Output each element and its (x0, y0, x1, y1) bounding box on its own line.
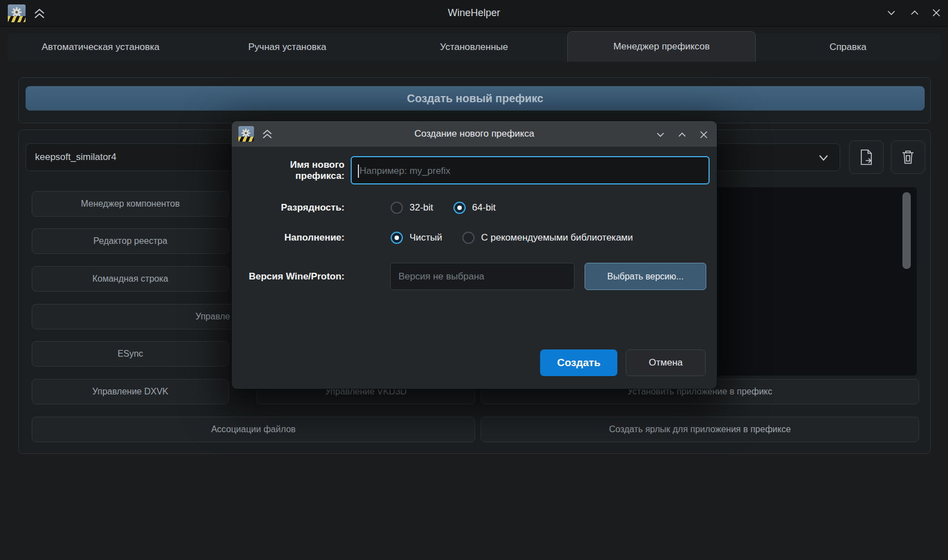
create-new-prefix-button[interactable]: Создать новый префикс (26, 86, 925, 111)
dialog-create-button[interactable]: Создать (540, 349, 617, 376)
winehelper-window: WineHelper Автоматическая установка Ручн… (0, 0, 948, 560)
dialog-minimize-icon[interactable] (653, 127, 667, 142)
tab-help[interactable]: Справка (755, 33, 941, 61)
file-associations-button[interactable]: Ассоциации файлов (32, 417, 475, 442)
prefix-name-input-wrap (351, 156, 710, 184)
radio-64bit-label[interactable]: 64-bit (472, 202, 496, 213)
close-icon[interactable] (929, 6, 944, 20)
esync-button[interactable]: ESync (32, 341, 229, 367)
hazard-stripes (238, 137, 254, 142)
scrollbar-thumb[interactable] (902, 192, 911, 269)
fill-label: Наполнение: (239, 232, 345, 243)
prefix-select-value: keepsoft_similator4 (35, 152, 116, 163)
dialog-maximize-icon[interactable] (675, 127, 689, 142)
radio-recommended-libs[interactable] (462, 232, 475, 244)
minimize-icon[interactable] (884, 6, 899, 20)
new-prefix-from-file-button[interactable] (849, 141, 884, 174)
create-shortcut-button[interactable]: Создать ярлык для приложения в префиксе (481, 417, 919, 442)
hazard-stripes (8, 16, 26, 22)
create-prefix-dialog: Создание нового префикса Имя нового преф… (232, 121, 717, 389)
command-line-button[interactable]: Командная строка (32, 266, 229, 292)
dialog-app-icon (238, 126, 254, 142)
maximize-icon[interactable] (907, 6, 922, 20)
choose-version-button[interactable]: Выбрать версию... (585, 263, 706, 290)
radio-recommended-libs-label[interactable]: С рекомендуемыми библиотеками (481, 232, 633, 243)
fill-row: Наполнение: Чистый С рекомендуемыми библ… (239, 226, 710, 250)
app-icon (8, 4, 26, 22)
dialog-cancel-button[interactable]: Отмена (626, 349, 706, 376)
components-manager-button[interactable]: Менеджер компонентов (32, 191, 229, 217)
wine-version-row: Версия Wine/Proton: Версия не выбрана Вы… (239, 263, 710, 290)
registry-editor-button[interactable]: Редактор реестра (32, 228, 229, 254)
scroll-to-top-icon[interactable] (32, 7, 47, 22)
tab-prefix-manager[interactable]: Менеджер префиксов (567, 31, 756, 62)
dialog-close-icon[interactable] (696, 127, 711, 142)
prefix-name-row: Имя нового префикса: (239, 156, 710, 184)
dxvk-manage-button[interactable]: Управление DXVK (32, 379, 229, 404)
tab-manual-install[interactable]: Ручная установка (194, 33, 381, 61)
bitness-row: Разрядность: 32-bit 64-bit (239, 196, 710, 220)
wine-version-label: Версия Wine/Proton: (239, 271, 345, 282)
tab-bar: Автоматическая установка Ручная установк… (7, 33, 941, 61)
prefix-name-label: Имя нового префикса: (239, 159, 345, 182)
radio-64bit[interactable] (453, 202, 466, 214)
chevron-down-icon (817, 153, 830, 163)
tab-auto-install[interactable]: Автоматическая установка (7, 33, 194, 61)
radio-32bit-label[interactable]: 32-bit (410, 202, 433, 213)
trash-icon (900, 149, 916, 166)
prefix-name-input[interactable] (358, 159, 700, 183)
dialog-title: Создание нового префикса (232, 121, 717, 147)
radio-clean[interactable] (391, 232, 403, 244)
radio-32bit[interactable] (391, 202, 403, 214)
radio-clean-label[interactable]: Чистый (410, 232, 442, 243)
window-title: WineHelper (0, 0, 948, 26)
dialog-scroll-to-top-icon[interactable] (261, 128, 274, 142)
new-file-icon (858, 148, 875, 166)
wine-version-value: Версия не выбрана (390, 263, 575, 290)
delete-prefix-button[interactable] (891, 141, 925, 174)
tab-installed[interactable]: Установленные (381, 33, 567, 61)
bitness-label: Разрядность: (239, 202, 345, 213)
